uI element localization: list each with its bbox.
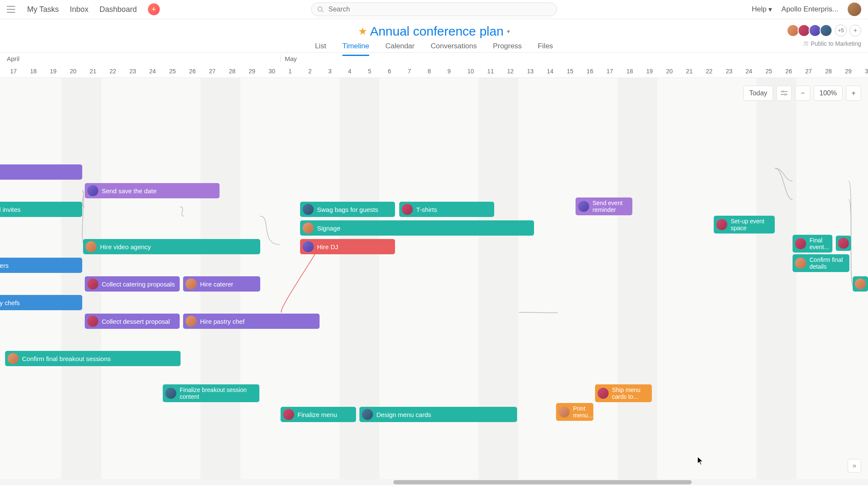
timeline-header: April May 171819202122232425262728293012… [0,53,868,78]
org-name[interactable]: Apollo Enterpris... [782,5,838,14]
zoom-in-button[interactable]: + [846,86,861,101]
topbar-right: Help▾ Apollo Enterpris... [752,3,861,16]
day-label: 13 [527,68,534,75]
task-label: Signage [317,225,340,232]
assignee-avatar [303,222,314,233]
project-privacy[interactable]: Public to Marketing [803,40,861,47]
day-label: 26 [189,68,196,75]
assignee-avatar [855,278,866,289]
nav-dashboard[interactable]: Dashboard [100,5,137,14]
task-bar[interactable]: pastry chefs [0,295,82,310]
day-label: 22 [706,68,713,75]
day-label: 23 [129,68,136,75]
task-label: Confirm final details [810,256,847,270]
assignee-avatar [559,406,570,417]
top-nav: My Tasks Inbox Dashboard [27,5,137,14]
task-bar[interactable]: Confirm final breakout sessions [5,351,181,366]
task-bar[interactable] [836,236,851,251]
search-wrap [311,3,557,16]
zoom-out-button[interactable]: − [795,86,810,101]
day-label: 8 [428,68,431,75]
members-overflow[interactable]: +5 [835,25,847,36]
task-bar[interactable]: Collect dessert proposal [85,314,180,329]
task-bar[interactable]: caterers [0,258,82,273]
task-bar[interactable]: Signage [300,220,534,236]
day-label: 27 [209,68,216,75]
day-label: 10 [467,68,474,75]
task-bar[interactable]: Finalize breakout session content [163,384,259,402]
add-member-button[interactable]: + [849,25,861,36]
task-bar[interactable]: Send event reminder [576,197,632,215]
member-avatar[interactable] [820,24,832,37]
chevron-down-icon: ▾ [768,5,772,14]
task-label: Set-up event space [731,218,772,231]
project-title[interactable]: Annual conference plan [370,24,504,39]
month-label: April [3,55,19,62]
day-label: 21 [686,68,693,75]
task-bar[interactable]: Swag bags for guests [300,202,395,217]
assignee-avatar [362,409,373,420]
task-bar[interactable]: Collect catering proposals [85,276,180,292]
horizontal-scrollbar[interactable] [0,479,868,485]
task-bar[interactable]: Send save the date [85,183,220,198]
day-label: 12 [507,68,514,75]
task-label: Print menu... [573,405,593,419]
task-label: pastry chefs [0,299,20,306]
user-avatar[interactable] [848,3,861,16]
search-input[interactable] [311,3,557,16]
task-bar[interactable] [853,276,868,292]
expand-icon[interactable]: » [848,459,861,473]
day-label: 7 [408,68,411,75]
day-label: 30 [865,68,868,75]
task-bar[interactable]: Hire caterer [183,276,260,292]
day-label: 1 [289,68,292,75]
task-label: Design menu cards [376,411,431,418]
timeline-canvas[interactable]: Today − 100% + ads Send save the date em… [0,78,868,485]
task-bar[interactable]: ads [0,164,82,180]
task-bar[interactable]: Print menu... [556,403,593,421]
quick-add-button[interactable]: + [148,3,160,15]
day-label: 6 [388,68,391,75]
svg-point-0 [318,7,322,11]
nav-inbox[interactable]: Inbox [70,5,89,14]
project-title-row: ★ Annual conference plan ▾ [0,19,868,39]
task-bar[interactable]: Hire video agency [83,239,260,254]
task-label: T-shirts [416,206,437,213]
assignee-avatar [87,316,98,327]
menu-icon[interactable] [7,6,15,13]
day-label: 30 [269,68,275,75]
assignee-avatar [87,185,98,196]
task-bar[interactable]: Final event... [793,235,832,253]
timeline-controls: Today − 100% + [743,86,861,101]
today-button[interactable]: Today [743,86,773,101]
nav-my-tasks[interactable]: My Tasks [27,5,59,14]
help-menu[interactable]: Help▾ [752,5,772,14]
scrollbar-thumb[interactable] [393,480,692,484]
task-label: Finalize menu [298,411,337,418]
day-label: 28 [825,68,832,75]
day-label: 29 [249,68,256,75]
task-bar[interactable]: Finalize menu [281,407,356,422]
settings-icon[interactable] [776,86,792,101]
task-bar[interactable]: Confirm final details [793,254,849,272]
task-bar[interactable]: T-shirts [399,202,494,217]
chevron-down-icon[interactable]: ▾ [507,28,510,35]
task-bar[interactable]: Ship menu cards to... [595,384,652,402]
day-label: 25 [765,68,772,75]
task-bar[interactable]: Hire DJ [300,239,395,254]
month-label: May [280,55,297,62]
assignee-avatar [165,388,176,399]
task-bar[interactable]: Set-up event space [714,216,775,233]
task-bar[interactable]: Design menu cards [359,407,517,422]
svg-point-3 [807,42,808,43]
star-icon[interactable]: ★ [358,25,367,37]
day-label: 27 [805,68,812,75]
assignee-avatar [578,201,589,212]
day-label: 17 [10,68,17,75]
day-label: 25 [169,68,176,75]
task-bar[interactable]: email invites [0,202,82,217]
day-label: 16 [587,68,593,75]
task-bar[interactable]: Hire pastry chef [183,314,320,329]
task-label: Hire video agency [100,243,151,250]
task-label: Send event reminder [593,200,630,213]
